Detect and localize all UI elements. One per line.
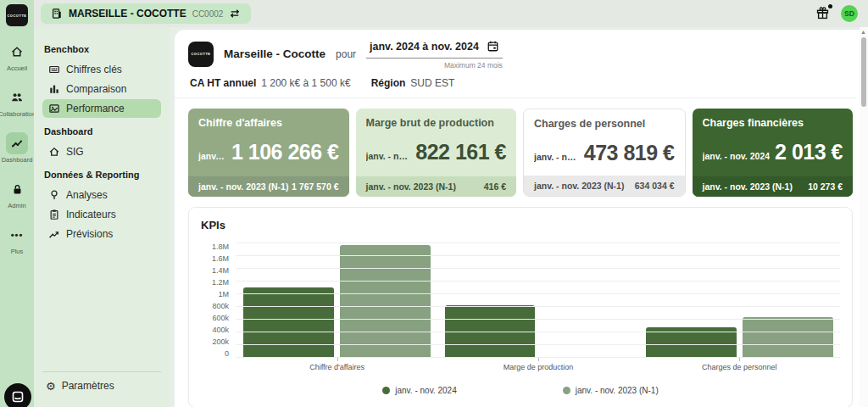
sidebar-item-label: SIG bbox=[66, 146, 84, 158]
x-label: Chiffre d'affaires bbox=[236, 363, 437, 371]
kpi-card-value: 1 106 266 € bbox=[231, 140, 339, 164]
kpi-card-footer-value: 10 273 € bbox=[808, 181, 843, 192]
home-icon bbox=[6, 41, 28, 63]
kpi-card-charges-personnel[interactable]: Charges de personnel janv. - nov. 2024 4… bbox=[523, 109, 686, 197]
sidebar-item-comparaison[interactable]: Comparaison bbox=[42, 80, 161, 98]
kpi-card-charges-financieres[interactable]: Charges financières janv. - nov. 2024 2 … bbox=[693, 109, 854, 197]
kpi-card-title: Chiffre d'affaires bbox=[198, 117, 339, 129]
y-tick: 1.6M bbox=[212, 255, 229, 263]
chart-bar[interactable] bbox=[743, 317, 833, 358]
company-logo: COCOTTE bbox=[188, 42, 214, 67]
gear-icon: ⚙ bbox=[46, 381, 56, 392]
vertical-scrollbar[interactable]: ▲ bbox=[860, 27, 868, 407]
kpi-card-title: Charges financières bbox=[703, 117, 843, 129]
sidebar-item-sig[interactable]: SIG bbox=[42, 142, 161, 161]
gridline bbox=[236, 332, 840, 332]
y-tick: 600k bbox=[212, 315, 229, 322]
sidebar-item-label: Prévisions bbox=[66, 228, 113, 240]
sidebar-item-label: Paramètres bbox=[62, 380, 114, 392]
gridline bbox=[236, 319, 840, 320]
y-axis-ticks: 1.8M 1.6M 1.4M 1.2M 1M 800k 600k 400k 20… bbox=[201, 243, 236, 358]
sidebar-item-performance[interactable]: Performance bbox=[42, 99, 161, 118]
scroll-up-arrow[interactable]: ▲ bbox=[860, 29, 866, 35]
sidebar-section-dashboard: Dashboard bbox=[44, 126, 161, 137]
lock-icon bbox=[6, 178, 28, 200]
whats-new-button[interactable] bbox=[815, 6, 831, 21]
gift-icon bbox=[815, 6, 830, 20]
people-icon bbox=[6, 86, 28, 109]
gridline bbox=[236, 255, 840, 256]
legend-item-2023[interactable]: janv. - nov. 2023 (N-1) bbox=[563, 386, 659, 395]
period-hint: Maximum 24 mois bbox=[444, 61, 503, 70]
gridline bbox=[236, 306, 840, 307]
sidebar-item-indicateurs[interactable]: Indicateurs bbox=[42, 205, 161, 224]
kpi-card-footer-value: 634 034 € bbox=[635, 181, 675, 191]
main-area: COCOTTE Marseille - Cocotte pour janv. 2… bbox=[170, 27, 868, 407]
rail-item-collaboration[interactable]: Collaboration bbox=[0, 86, 36, 118]
lightbulb-icon bbox=[48, 189, 60, 201]
company-meta: CA HT annuel 1 200 k€ à 1 500 k€ Région … bbox=[188, 70, 856, 98]
calendar-icon bbox=[487, 40, 499, 53]
date-range-picker[interactable]: janv. 2024 à nov. 2024 bbox=[366, 38, 503, 59]
chart-bar[interactable] bbox=[243, 287, 334, 358]
preposition-text: pour bbox=[336, 48, 356, 60]
sidebar: Benchbox Chiffres clés Comparaison Perfo… bbox=[34, 27, 170, 407]
sidebar-item-label: Performance bbox=[66, 103, 125, 114]
gridline bbox=[236, 357, 840, 358]
bar-group-marge-de-production bbox=[437, 243, 638, 358]
app-logo[interactable]: COCOTTE bbox=[6, 4, 28, 26]
y-tick: 1.2M bbox=[212, 279, 229, 287]
rail-item-admin[interactable]: Admin bbox=[6, 178, 28, 209]
rail-item-label: Dashboard bbox=[2, 156, 33, 164]
kpi-card-marge-brut[interactable]: Marge brut de production janv. - nov. 20… bbox=[356, 109, 517, 197]
home-small-icon bbox=[48, 146, 60, 158]
sidebar-item-label: Indicateurs bbox=[66, 209, 116, 220]
y-tick: 800k bbox=[212, 303, 229, 310]
sidebar-section-donnees-reporting: Données & Reporting bbox=[44, 170, 161, 180]
sidebar-item-analyses[interactable]: Analyses bbox=[42, 186, 161, 204]
page-header: COCOTTE Marseille - Cocotte pour janv. 2… bbox=[175, 30, 856, 98]
rail-item-dashboard[interactable]: Dashboard bbox=[2, 132, 33, 164]
sidebar-item-chiffres-cles[interactable]: Chiffres clés bbox=[42, 60, 161, 79]
kpi-card-chiffre-daffaires[interactable]: Chiffre d'affaires janv. - nov. ... 1 10… bbox=[188, 109, 349, 197]
company-selector-button[interactable]: MARSEILLE - COCOTTE CC0002 bbox=[41, 3, 251, 24]
chart-title: KPIs bbox=[201, 219, 840, 231]
chart-bar[interactable] bbox=[340, 245, 431, 358]
kpi-card-footer-label: janv. - nov. 2023 (N-1) bbox=[366, 181, 456, 192]
bar-group-chiffre-daffaires bbox=[236, 243, 437, 358]
notification-dot bbox=[828, 4, 832, 8]
sidebar-item-previsions[interactable]: Prévisions bbox=[42, 225, 161, 243]
rail-item-accueil[interactable]: Accueil bbox=[6, 41, 28, 72]
region-label: Région bbox=[371, 77, 406, 89]
rail-item-label: Admin bbox=[8, 202, 25, 209]
sidebar-item-parametres[interactable]: ⚙ Paramètres bbox=[42, 371, 161, 400]
chat-widget-button[interactable] bbox=[4, 383, 31, 407]
x-label: Marge de production bbox=[437, 363, 638, 371]
rail-item-label: Plus bbox=[11, 248, 24, 255]
rail-item-plus[interactable]: ••• Plus bbox=[6, 224, 28, 255]
region-value: SUD EST bbox=[410, 77, 454, 89]
building-icon bbox=[51, 8, 63, 20]
chart-plot bbox=[236, 243, 840, 358]
y-tick: 1.4M bbox=[212, 267, 229, 275]
y-tick: 200k bbox=[212, 338, 229, 346]
bar-groups bbox=[236, 243, 840, 358]
scrollbar-thumb[interactable] bbox=[861, 37, 866, 107]
gridline bbox=[236, 243, 840, 243]
kpi-card-value: 822 161 € bbox=[415, 140, 506, 164]
key-figures-icon bbox=[48, 64, 60, 75]
user-avatar[interactable]: SD bbox=[841, 5, 858, 22]
legend-item-2024[interactable]: janv. - nov. 2024 bbox=[382, 386, 456, 395]
gridline bbox=[236, 268, 840, 269]
clipboard-icon bbox=[48, 209, 60, 220]
kpi-card-period: janv. - nov. 2024 bbox=[703, 151, 771, 161]
y-tick: 1.8M bbox=[212, 243, 229, 251]
rail-item-label: Collaboration bbox=[0, 110, 36, 118]
sidebar-item-label: Analyses bbox=[66, 189, 108, 201]
sidebar-item-label: Comparaison bbox=[66, 83, 126, 95]
page-company-name: Marseille - Cocotte bbox=[224, 47, 326, 60]
top-bar: MARSEILLE - COCOTTE CC0002 SD bbox=[34, 0, 868, 27]
kpi-card-footer-value: 1 767 570 € bbox=[292, 181, 338, 192]
bar-group-charges-de-personnel bbox=[639, 243, 840, 358]
left-rail: COCOTTE Accueil Collaboration Dashboard … bbox=[0, 0, 34, 407]
